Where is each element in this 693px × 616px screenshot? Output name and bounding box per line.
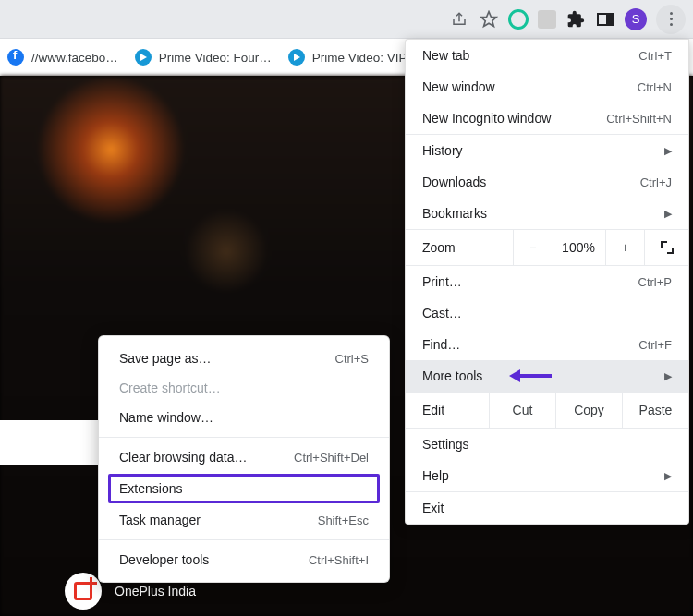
submenu-clear-browsing-data[interactable]: Clear browsing data… Ctrl+Shift+Del — [99, 442, 389, 472]
oneplus-icon — [65, 573, 102, 610]
menu-label: History — [422, 143, 463, 158]
shortcut: Shift+Esc — [318, 513, 369, 527]
menu-label: New window — [422, 79, 495, 94]
chevron-right-icon: ▶ — [664, 470, 672, 482]
more-tools-submenu: Save page as… Ctrl+S Create shortcut… Na… — [98, 335, 390, 583]
grammarly-icon[interactable] — [508, 9, 529, 30]
menu-zoom-row: Zoom − 100% + — [406, 229, 688, 266]
menu-new-window[interactable]: New window Ctrl+N — [406, 71, 688, 103]
shortcut: Ctrl+N — [638, 80, 672, 94]
chrome-menu-button[interactable] — [656, 5, 686, 34]
shortcut: Ctrl+S — [335, 352, 369, 366]
menu-label: Extensions — [119, 481, 182, 496]
bookmark-label: Prime Video: VIP — [312, 51, 407, 65]
menu-edit-row: Edit Cut Copy Paste — [406, 392, 688, 429]
submenu-create-shortcut: Create shortcut… — [99, 373, 389, 403]
menu-settings[interactable]: Settings — [406, 429, 688, 460]
menu-label: Find… — [422, 337, 460, 352]
menu-label: Developer tools — [119, 552, 209, 567]
menu-label: Cast… — [422, 306, 462, 320]
star-icon[interactable] — [479, 9, 499, 30]
menu-label: New Incognito window — [422, 111, 551, 126]
menu-label: Clear browsing data… — [119, 450, 248, 465]
story-author-label: OnePlus India — [115, 584, 196, 598]
menu-label: Print… — [422, 274, 462, 289]
menu-label: Create shortcut… — [119, 380, 221, 395]
menu-label: New tab — [422, 48, 469, 63]
menu-label: Save page as… — [119, 351, 212, 366]
extensions-puzzle-icon[interactable] — [565, 9, 586, 30]
cut-button[interactable]: Cut — [489, 393, 555, 428]
submenu-developer-tools[interactable]: Developer tools Ctrl+Shift+I — [99, 545, 389, 574]
edit-label: Edit — [406, 393, 489, 428]
bookmark-prime-1[interactable]: Prime Video: Four… — [135, 49, 272, 66]
menu-bookmarks[interactable]: Bookmarks ▶ — [406, 198, 688, 229]
paste-button[interactable]: Paste — [622, 393, 688, 428]
zoom-out-button[interactable]: − — [513, 230, 552, 265]
menu-label: Name window… — [119, 410, 213, 425]
menu-downloads[interactable]: Downloads Ctrl+J — [406, 166, 688, 198]
zoom-label: Zoom — [406, 240, 513, 255]
copy-button[interactable]: Copy — [555, 393, 622, 428]
menu-find[interactable]: Find… Ctrl+F — [406, 329, 688, 360]
chevron-right-icon: ▶ — [664, 208, 672, 220]
menu-exit[interactable]: Exit — [406, 492, 688, 524]
zoom-in-button[interactable]: + — [605, 230, 644, 265]
play-icon — [135, 49, 152, 66]
menu-print[interactable]: Print… Ctrl+P — [406, 266, 688, 297]
avatar-letter: S — [632, 12, 640, 26]
bookmark-prime-2[interactable]: Prime Video: VIP — [288, 49, 407, 66]
bookmark-label: Prime Video: Four… — [159, 51, 272, 65]
play-icon — [288, 49, 305, 66]
menu-help[interactable]: Help ▶ — [406, 460, 688, 491]
menu-label: Help — [422, 468, 449, 483]
chrome-main-menu: New tab Ctrl+T New window Ctrl+N New Inc… — [405, 39, 689, 525]
shortcut: Ctrl+Shift+N — [606, 112, 672, 126]
submenu-name-window[interactable]: Name window… — [99, 403, 389, 432]
side-panel-icon[interactable] — [595, 9, 615, 30]
fullscreen-button[interactable] — [644, 230, 688, 265]
menu-label: Bookmarks — [422, 206, 487, 221]
facebook-icon — [7, 49, 24, 66]
shortcut: Ctrl+Shift+Del — [294, 451, 369, 465]
share-icon[interactable] — [449, 9, 469, 30]
shortcut: Ctrl+J — [640, 175, 672, 189]
svg-marker-0 — [481, 11, 497, 26]
bookmark-facebook[interactable]: //www.facebo… — [7, 49, 118, 66]
fullscreen-icon — [661, 241, 674, 254]
menu-label: More tools — [422, 368, 482, 383]
menu-cast[interactable]: Cast… — [406, 297, 688, 329]
shortcut: Ctrl+Shift+I — [309, 553, 369, 567]
menu-label: Settings — [422, 437, 469, 452]
menu-new-tab[interactable]: New tab Ctrl+T — [406, 40, 688, 71]
shortcut: Ctrl+T — [638, 49, 672, 63]
chevron-right-icon: ▶ — [664, 370, 672, 382]
browser-toolbar: S — [0, 0, 693, 39]
shortcut: Ctrl+P — [638, 275, 672, 289]
profile-avatar[interactable]: S — [625, 8, 647, 30]
menu-history[interactable]: History ▶ — [406, 135, 688, 166]
submenu-task-manager[interactable]: Task manager Shift+Esc — [99, 505, 389, 535]
shortcut: Ctrl+F — [638, 338, 672, 352]
menu-label: Downloads — [422, 175, 486, 189]
menu-incognito[interactable]: New Incognito window Ctrl+Shift+N — [406, 103, 688, 134]
extension-slot-icon[interactable] — [538, 10, 556, 29]
menu-more-tools[interactable]: More tools ▶ — [406, 360, 688, 392]
zoom-value: 100% — [552, 240, 605, 255]
submenu-save-page[interactable]: Save page as… Ctrl+S — [99, 344, 389, 373]
bookmark-label: //www.facebo… — [31, 51, 118, 65]
submenu-extensions[interactable]: Extensions — [108, 474, 380, 503]
chevron-right-icon: ▶ — [664, 145, 672, 157]
menu-label: Exit — [422, 501, 444, 515]
arrow-indicator-icon — [507, 368, 553, 384]
menu-label: Task manager — [119, 513, 201, 527]
